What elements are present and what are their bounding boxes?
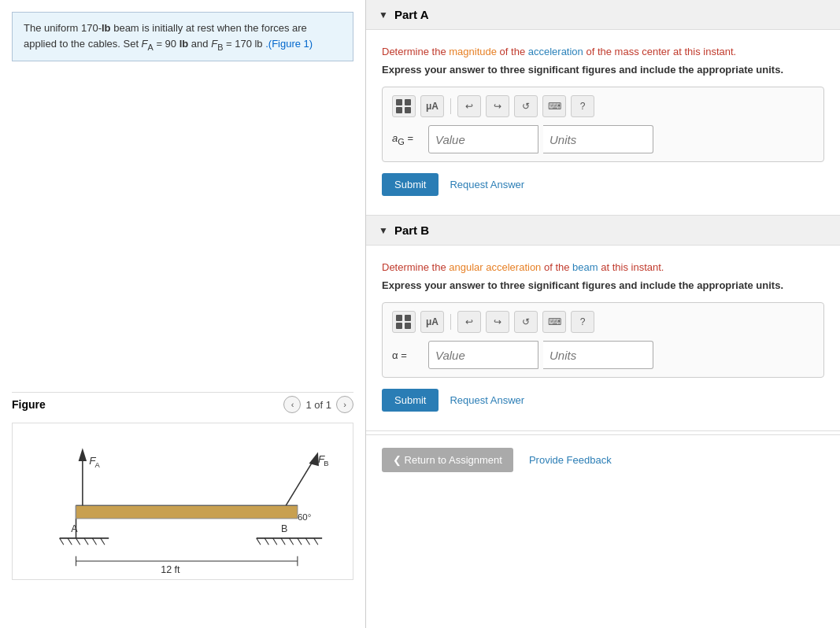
svg-text:A: A <box>71 523 78 534</box>
feedback-link[interactable]: Provide Feedback <box>529 454 612 466</box>
svg-line-24 <box>286 460 313 505</box>
svg-rect-1 <box>76 506 298 519</box>
part-a-instruction: Express your answer to three significant… <box>382 64 824 76</box>
figure-nav: ‹ 1 of 1 › <box>283 396 353 413</box>
part-a-units-input[interactable] <box>543 125 653 153</box>
next-figure-button[interactable]: › <box>336 396 353 413</box>
keyboard-button-a[interactable]: ⌨ <box>542 95 566 117</box>
left-panel: The uniform 170-lb beam is initially at … <box>0 0 366 628</box>
svg-text:B: B <box>324 460 328 468</box>
part-a-action-row: Submit Request Answer <box>382 173 824 196</box>
figure-link[interactable]: .(Figure 1) <box>265 38 313 50</box>
svg-marker-20 <box>79 449 87 462</box>
part-b-title: Part B <box>394 223 429 237</box>
part-a-collapse[interactable]: ▼ <box>379 9 388 20</box>
part-b-units-input[interactable] <box>543 341 653 369</box>
part-b-input-box: μA ↩ ↪ ↺ ⌨ ? α = <box>382 302 824 378</box>
matrix-button-a[interactable] <box>392 95 416 117</box>
svg-line-18 <box>314 538 318 545</box>
page-count: 1 of 1 <box>305 399 331 411</box>
svg-text:60°: 60° <box>298 512 311 522</box>
part-b-section: ▼ Part B Determine the angular accelerat… <box>366 216 840 431</box>
svg-line-8 <box>92 538 96 545</box>
svg-text:A: A <box>94 462 100 470</box>
part-a-section: ▼ Part A Determine the magnitude of the … <box>366 0 840 216</box>
part-a-submit-button[interactable]: Submit <box>382 173 439 196</box>
part-a-answer-label: aG = <box>392 132 424 146</box>
reset-button-a[interactable]: ↺ <box>514 95 538 117</box>
part-a-value-input[interactable] <box>428 125 538 153</box>
part-b-header: ▼ Part B <box>366 216 840 246</box>
part-b-action-row: Submit Request Answer <box>382 389 824 412</box>
part-a-toolbar: μA ↩ ↪ ↺ ⌨ ? <box>392 95 814 117</box>
problem-text: The uniform 170-lb beam is initially at … <box>12 12 353 61</box>
part-a-request-link[interactable]: Request Answer <box>450 179 524 190</box>
sep1-a <box>450 98 451 114</box>
svg-line-16 <box>298 538 302 545</box>
figure-label: Figure <box>12 398 46 411</box>
part-b-body: Determine the angular acceleration of th… <box>366 246 840 430</box>
part-b-request-link[interactable]: Request Answer <box>450 394 524 406</box>
svg-line-17 <box>305 538 309 545</box>
figure-diagram: F A A F B B 60° 12 ft <box>12 423 353 580</box>
right-panel: ▼ Part A Determine the magnitude of the … <box>366 0 840 628</box>
part-b-answer-label: α = <box>392 349 424 361</box>
bottom-bar: ❮ Return to Assignment Provide Feedback <box>366 434 840 485</box>
part-b-toolbar: μA ↩ ↪ ↺ ⌨ ? <box>392 311 814 333</box>
highlight-angular: angular acceleration <box>449 261 541 273</box>
part-a-title: Part A <box>394 8 429 21</box>
svg-line-4 <box>60 538 64 545</box>
svg-text:12 ft: 12 ft <box>161 564 180 575</box>
svg-line-6 <box>76 538 80 545</box>
return-button[interactable]: ❮ Return to Assignment <box>382 448 513 472</box>
help-button-b[interactable]: ? <box>571 311 594 333</box>
part-b-description: Determine the angular acceleration of th… <box>382 261 824 273</box>
svg-line-13 <box>273 538 277 545</box>
part-b-instruction: Express your answer to three significant… <box>382 279 824 291</box>
keyboard-button-b[interactable]: ⌨ <box>542 311 566 333</box>
mu-button-b[interactable]: μA <box>420 311 444 333</box>
highlight-acceleration: acceleration <box>528 46 583 57</box>
svg-line-9 <box>101 538 105 545</box>
redo-button-b[interactable]: ↪ <box>486 311 509 333</box>
undo-button-b[interactable]: ↩ <box>457 311 481 333</box>
prev-figure-button[interactable]: ‹ <box>283 396 301 413</box>
svg-line-7 <box>84 538 88 545</box>
svg-line-5 <box>68 538 72 545</box>
figure-svg: F A A F B B 60° 12 ft <box>13 423 353 579</box>
reset-button-b[interactable]: ↺ <box>514 311 538 333</box>
highlight-beam: beam <box>572 261 598 273</box>
matrix-button-b[interactable] <box>392 311 416 333</box>
part-b-submit-button[interactable]: Submit <box>382 389 439 412</box>
undo-button-a[interactable]: ↩ <box>457 95 481 117</box>
part-b-collapse[interactable]: ▼ <box>379 225 388 236</box>
sep1-b <box>450 314 451 330</box>
part-a-input-box: μA ↩ ↪ ↺ ⌨ ? aG = <box>382 87 824 162</box>
part-b-value-input[interactable] <box>428 341 538 369</box>
part-a-description: Determine the magnitude of the accelerat… <box>382 46 824 57</box>
figure-header: Figure ‹ 1 of 1 › <box>12 392 353 416</box>
svg-text:B: B <box>281 523 287 534</box>
part-a-header: ▼ Part A <box>366 0 840 30</box>
svg-line-12 <box>265 538 268 545</box>
mu-button-a[interactable]: μA <box>420 95 444 117</box>
svg-line-11 <box>257 538 261 545</box>
part-a-answer-row: aG = <box>392 125 814 153</box>
redo-button-a[interactable]: ↪ <box>486 95 509 117</box>
svg-line-14 <box>281 538 285 545</box>
part-a-body: Determine the magnitude of the accelerat… <box>366 30 840 215</box>
part-b-answer-row: α = <box>392 341 814 369</box>
highlight-magnitude: magnitude <box>449 46 497 57</box>
help-button-a[interactable]: ? <box>571 95 594 117</box>
svg-line-15 <box>289 538 293 545</box>
